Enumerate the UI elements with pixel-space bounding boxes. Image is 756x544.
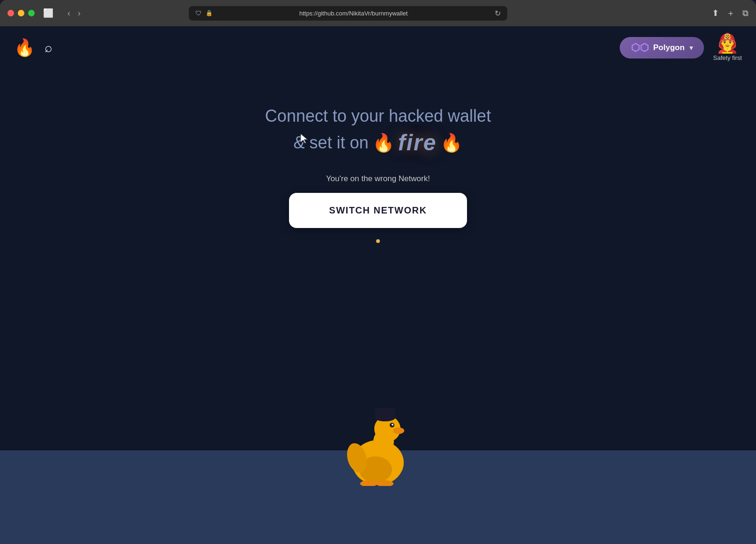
fire-word: fire bbox=[398, 130, 437, 155]
traffic-light-close[interactable] bbox=[7, 10, 14, 16]
polygon-icon: ⬡⬡ bbox=[631, 42, 649, 54]
traffic-light-minimize[interactable] bbox=[18, 10, 24, 16]
sidebar-toggle-button[interactable]: ⬜ bbox=[40, 7, 56, 19]
address-bar[interactable]: 🛡 🔒 https://github.com/NikitaVr/burnmywa… bbox=[189, 6, 507, 21]
search-button[interactable]: ⌕ bbox=[44, 40, 52, 55]
dot-indicator bbox=[376, 239, 380, 243]
chevron-down-icon: ▾ bbox=[689, 44, 693, 51]
duck-container bbox=[341, 402, 415, 488]
traffic-lights bbox=[7, 10, 35, 16]
line2-prefix: & set it on bbox=[294, 133, 369, 153]
fireman-emoji: 👨‍🚒 bbox=[716, 34, 739, 52]
logo-flame[interactable]: 🔥 bbox=[14, 38, 35, 58]
polygon-logo: ⬡⬡ bbox=[631, 42, 649, 54]
lock-icon: 🔒 bbox=[206, 10, 213, 16]
duck-character bbox=[341, 402, 415, 486]
fire-emoji-right: 🔥 bbox=[440, 132, 462, 153]
nav-buttons: ‹ › bbox=[65, 7, 83, 19]
browser-actions: ⬆ ＋ ⧉ bbox=[712, 7, 749, 19]
app-header: 🔥 ⌕ ⬡⬡ Polygon ▾ 👨‍🚒 Safety first bbox=[0, 26, 756, 69]
url-text: https://github.com/NikitaVr/burnmywallet bbox=[216, 10, 491, 17]
svg-rect-8 bbox=[375, 408, 395, 419]
traffic-light-maximize[interactable] bbox=[28, 10, 35, 16]
browser-chrome: ⬜ ‹ › 🛡 🔒 https://github.com/NikitaVr/bu… bbox=[0, 0, 756, 26]
polygon-label: Polygon bbox=[653, 43, 685, 52]
header-right: ⬡⬡ Polygon ▾ 👨‍🚒 Safety first bbox=[620, 34, 742, 61]
app-content: 🔥 ⌕ ⬡⬡ Polygon ▾ 👨‍🚒 Safety first Connec… bbox=[0, 26, 756, 544]
polygon-network-button[interactable]: ⬡⬡ Polygon ▾ bbox=[620, 37, 704, 59]
headline-line2: & set it on 🔥 fire 🔥 bbox=[265, 130, 491, 155]
headline: Connect to your hacked wallet & set it o… bbox=[265, 106, 491, 155]
switch-network-button[interactable]: SWITCH NETWORK bbox=[289, 193, 467, 228]
fire-emoji-left: 🔥 bbox=[372, 132, 394, 153]
reload-button[interactable]: ↻ bbox=[495, 9, 501, 18]
headline-line1: Connect to your hacked wallet bbox=[265, 106, 491, 126]
svg-point-6 bbox=[392, 424, 393, 426]
search-icon: ⌕ bbox=[44, 40, 52, 55]
new-tab-button[interactable]: ＋ bbox=[726, 7, 735, 19]
browser-titlebar: ⬜ ‹ › 🛡 🔒 https://github.com/NikitaVr/bu… bbox=[0, 0, 756, 26]
back-button[interactable]: ‹ bbox=[65, 7, 73, 19]
forward-button[interactable]: › bbox=[75, 7, 83, 19]
wrong-network-message: You're on the wrong Network! bbox=[326, 174, 430, 184]
safety-first-label: Safety first bbox=[713, 54, 742, 61]
share-button[interactable]: ⬆ bbox=[712, 8, 719, 18]
shield-icon: 🛡 bbox=[195, 9, 202, 17]
main-content: Connect to your hacked wallet & set it o… bbox=[0, 69, 756, 243]
safety-first-container[interactable]: 👨‍🚒 Safety first bbox=[713, 34, 742, 61]
tab-overview-button[interactable]: ⧉ bbox=[742, 8, 749, 18]
svg-point-4 bbox=[393, 427, 404, 434]
